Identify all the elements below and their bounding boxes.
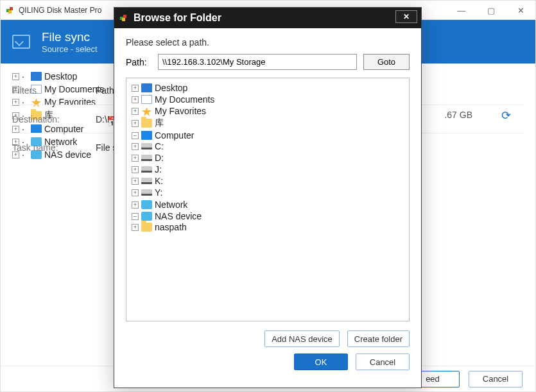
page-subtitle: Source - select bbox=[42, 44, 98, 54]
expand-icon[interactable]: + bbox=[132, 166, 139, 173]
svg-rect-5 bbox=[123, 15, 126, 18]
expand-icon[interactable]: + bbox=[132, 85, 139, 92]
svg-rect-2 bbox=[8, 10, 12, 13]
destination-label: Destination: bbox=[12, 114, 76, 124]
svg-rect-1 bbox=[10, 7, 13, 10]
page-header-text: File sync Source - select bbox=[42, 30, 98, 54]
app-logo-icon bbox=[6, 6, 15, 15]
tree-label: My Favorites bbox=[155, 106, 206, 116]
cloud-refresh-icon[interactable]: ⟳ bbox=[501, 108, 511, 123]
star-icon bbox=[141, 107, 152, 115]
tree-label: D: bbox=[155, 153, 164, 163]
path-row: Path: Goto bbox=[126, 54, 410, 70]
tree-label: K: bbox=[155, 176, 163, 186]
expand-icon[interactable]: + bbox=[132, 189, 139, 196]
network-icon bbox=[141, 200, 152, 209]
dialog-cancel-button[interactable]: Cancel bbox=[356, 354, 410, 370]
computer-icon bbox=[141, 131, 152, 140]
ok-button[interactable]: OK bbox=[294, 354, 348, 370]
app-title: QILING Disk Master Pro bbox=[19, 6, 101, 15]
expand-icon[interactable]: + bbox=[132, 155, 139, 162]
collapse-icon[interactable]: – bbox=[132, 132, 139, 139]
tree-item-drive-d[interactable]: +D: bbox=[132, 153, 404, 163]
tree-item-drive-j[interactable]: +J: bbox=[132, 164, 404, 175]
file-sync-icon bbox=[12, 35, 30, 49]
expand-icon[interactable]: + bbox=[132, 201, 139, 209]
page-title: File sync bbox=[42, 30, 98, 44]
tree-item-desktop[interactable]: +Desktop bbox=[132, 83, 404, 93]
tree-item-mydocs[interactable]: +My Documents bbox=[132, 94, 404, 105]
expand-icon[interactable]: + bbox=[132, 96, 139, 103]
svg-marker-7 bbox=[142, 107, 151, 116]
proceed-label: eed bbox=[426, 374, 440, 384]
tree-label: My Documents bbox=[155, 94, 214, 105]
tree-label: naspath bbox=[155, 222, 187, 232]
dialog-title: Browse for Folder bbox=[134, 12, 221, 24]
browse-folder-dialog: Browse for Folder ✕ Please select a path… bbox=[114, 7, 422, 388]
create-folder-button[interactable]: Create folder bbox=[347, 330, 410, 347]
expand-icon[interactable]: + bbox=[132, 143, 139, 150]
tree-item-drive-c[interactable]: +C: bbox=[132, 141, 404, 151]
expand-icon[interactable]: + bbox=[132, 120, 139, 127]
desktop-icon bbox=[141, 83, 152, 92]
expand-icon[interactable]: + bbox=[132, 108, 139, 115]
folder-icon bbox=[141, 119, 152, 128]
tree-label: J: bbox=[155, 164, 162, 175]
drive-icon bbox=[141, 166, 152, 173]
dialog-actions-row1: Add NAS device Create folder bbox=[126, 330, 410, 347]
path-input[interactable] bbox=[158, 54, 357, 70]
expand-icon[interactable]: + bbox=[132, 224, 139, 231]
folder-icon bbox=[141, 223, 152, 232]
tree-label: 库 bbox=[155, 117, 164, 129]
drive-icon bbox=[141, 189, 152, 196]
nas-icon bbox=[141, 212, 152, 221]
maximize-button[interactable]: ▢ bbox=[476, 1, 506, 20]
tree-label: C: bbox=[155, 141, 164, 151]
cancel-button[interactable]: Cancel bbox=[469, 371, 523, 388]
path-label: Path: bbox=[126, 57, 151, 67]
close-button[interactable]: ✕ bbox=[506, 1, 535, 20]
svg-rect-6 bbox=[122, 18, 125, 21]
tree-item-drive-y[interactable]: +Y: bbox=[132, 187, 404, 198]
tree-label: Network bbox=[155, 200, 187, 210]
tree-label: Computer bbox=[155, 130, 194, 141]
tree-label: Y: bbox=[155, 187, 162, 198]
tree-label: Desktop bbox=[155, 83, 187, 93]
dialog-titlebar: Browse for Folder ✕ bbox=[114, 8, 421, 28]
taskname-label: Task name: bbox=[12, 142, 76, 153]
minimize-button[interactable]: — bbox=[447, 1, 476, 20]
tree-item-nas[interactable]: –NAS device bbox=[132, 211, 404, 221]
cancel-label: Cancel bbox=[483, 374, 508, 384]
tree-item-naspath[interactable]: +naspath bbox=[132, 222, 404, 232]
tree-item-drive-k[interactable]: +K: bbox=[132, 176, 404, 186]
dialog-prompt: Please select a path. bbox=[126, 37, 410, 47]
tree-item-myfav[interactable]: +My Favorites bbox=[132, 106, 404, 116]
drive-icon bbox=[141, 155, 152, 161]
dialog-close-button[interactable]: ✕ bbox=[395, 10, 417, 23]
collapse-icon[interactable]: – bbox=[132, 213, 139, 220]
dialog-actions-row2: OK Cancel bbox=[126, 354, 410, 370]
document-icon bbox=[141, 95, 152, 104]
dialog-tree: +Desktop +My Documents +My Favorites +库 … bbox=[126, 78, 410, 321]
goto-button[interactable]: Goto bbox=[363, 54, 410, 70]
free-space: .67 GB bbox=[444, 110, 472, 120]
window-controls: — ▢ ✕ bbox=[447, 1, 535, 20]
add-nas-button[interactable]: Add NAS device bbox=[264, 330, 340, 347]
filters-label: Filters bbox=[12, 85, 76, 96]
tree-item-ku[interactable]: +库 bbox=[132, 117, 404, 129]
tree-item-network[interactable]: +Network bbox=[132, 200, 404, 210]
drive-icon bbox=[141, 143, 152, 149]
tree-label: NAS device bbox=[155, 211, 202, 221]
expand-icon[interactable]: + bbox=[132, 178, 139, 185]
tree-item-computer[interactable]: –Computer bbox=[132, 130, 404, 141]
drive-icon bbox=[141, 178, 152, 184]
dialog-logo-icon bbox=[119, 13, 128, 22]
